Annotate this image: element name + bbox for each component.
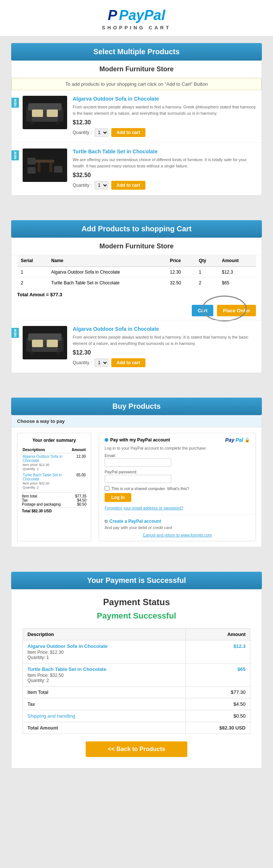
add-to-cart-btn-1[interactable]: Add to cart [111,128,145,137]
postage-row: Postage and packaging $0.50 [22,502,86,506]
payment-item-price-1: Item Price: $12.30 [27,650,181,655]
svg-rect-11 [27,158,36,164]
section-buy-products: Buy Products Choose a way to pay Your or… [0,391,273,565]
payment-panel: Pay with my PayPal account Pay Pal 🔒 Log… [99,433,256,541]
cart-price-2: 32.50 [166,278,195,288]
product-qty-row-2: Quantity : 123 Add to cart [73,181,256,190]
cancel-link[interactable]: Cancel and return to www.formjet.com [105,533,250,537]
shipping-label: Shipping and handling [23,710,186,722]
product-price-1: $12.30 [73,119,256,126]
back-btn-row: << Back to Products [23,734,250,761]
paypal-text: PayPal [119,7,165,23]
col-descriptions: Descriptions [22,447,71,453]
order-item-amount-1: 12.30 [71,453,86,472]
featured-price: $12.30 [73,349,256,356]
featured-qty-select[interactable]: 123 [95,359,108,367]
cart-qty-1: 1 [195,267,218,278]
section-payment-success: Your Payment is Successful Payment Statu… [0,565,273,775]
qty-select-1[interactable]: 123 [95,128,108,137]
total-row: Total Amount $82.30 USD [23,722,250,734]
shared-computer-checkbox[interactable] [105,486,109,491]
paypal-p-icon: P [108,7,117,23]
radio-paypal [105,438,108,442]
cart-name-1: Algarva Outdoor Sofa in Chocolate [47,267,166,278]
payment-amount-2: $65 [185,663,250,686]
paypal-option-text: Pay with my PayPal account [110,437,170,443]
tax-row: Tax $4.50 [22,498,86,502]
total-label: Total Amount [23,722,186,734]
svg-rect-9 [37,163,40,172]
cart-button[interactable]: Cart [192,305,213,316]
add-to-cart-btn-2[interactable]: Add to cart [111,181,145,190]
page-header: P PayPal SHOPPING CART [0,0,273,36]
payment-item-name-1[interactable]: Algarva Outdoor Sofa in Chocolate [27,643,181,649]
featured-product-img [23,326,67,359]
product-title-2: Turtle Bach Table Set in Chocolate [73,149,256,154]
store-name-2: Modern Furniture Store [11,238,262,255]
svg-rect-20 [30,352,34,355]
payment-item-name-2[interactable]: Turtle Bach Table Set in Chocolate [27,666,181,672]
product-qty-row-1: Quantity : 123 Add to cart [73,128,256,137]
section3-header: Buy Products [11,398,262,415]
back-to-products-button[interactable]: << Back to Products [86,741,188,757]
product-card-2: NEW Turtle Bach Table Set in Chocolate W… [11,143,262,195]
svg-rect-5 [47,110,58,117]
product-desc-2: We are offering you our tremendous choic… [73,157,256,169]
svg-rect-8 [36,160,54,163]
payment-item-qty-1: Quantity: 1 [27,655,181,660]
featured-product-info: Algarva Outdoor Sofa in Chocolate From a… [73,326,256,367]
payment-item-1: Algarva Outdoor Sofa in Chocolate Item P… [23,640,186,663]
cart-price-1: 12.30 [166,267,195,278]
cart-amount-1: $12.3 [218,267,256,278]
order-summary-title: Your order summary [22,438,86,443]
password-label: PayPal password: [105,470,250,474]
svg-rect-21 [56,352,60,355]
create-account-link[interactable]: Create a PayPal account [109,519,161,524]
col-price: Price [166,255,195,267]
place-order-button[interactable]: Place Order [217,305,256,316]
create-account-option: Create a PayPal account And pay with you… [99,515,256,541]
item-total-row: Item Total $77.30 [23,686,250,698]
lock-icon: 🔒 [244,437,250,443]
password-input[interactable] [105,475,171,483]
svg-rect-4 [32,110,43,117]
qty-select-2[interactable]: 123 [95,181,108,189]
featured-add-to-cart-btn[interactable]: Add to cart [111,358,145,367]
featured-qty-row: Quantity : 123 Add to cart [73,358,256,367]
payment-col-description: Description [23,629,186,640]
sofa-svg-2 [24,328,65,358]
shipping-val: $0.50 [185,710,250,722]
featured-title: Algarva Outdoor Sofa in Chocolate [73,326,256,332]
svg-rect-19 [47,340,58,347]
order-item-amount-2: 65.00 [71,472,86,490]
shipping-row: Shipping and handling $0.50 [23,710,250,722]
featured-desc: From ancient times people always wanted … [73,334,256,346]
email-input[interactable] [105,459,171,467]
product-badge-1: NEW [11,98,19,108]
item-total-label: Item Total [23,686,186,698]
product-info-2: Turtle Bach Table Set in Chocolate We ar… [73,149,256,190]
section1-header: Select Multiple Products [11,43,262,61]
section-select-products: Select Multiple Products Modern Furnitur… [0,36,273,213]
create-account-sub: And pay with your debit or credit card [105,525,250,530]
login-button[interactable]: Log In [105,493,131,502]
section4-header: Your Payment is Successful [11,572,262,589]
section2-header: Add Products to shopping Cart [11,220,262,238]
featured-badge: NEW [11,328,19,338]
shopping-cart-subtitle: SHOPPING CART [0,25,273,30]
product-image-sofa-1 [23,96,67,129]
shared-computer-row: This is not a shared computer. What's th… [105,486,250,491]
table-svg-1 [24,150,65,180]
payment-item-2: Turtle Bach Table Set in Chocolate Item … [23,663,186,686]
paypal-option: Pay with my PayPal account Pay Pal 🔒 Log… [99,433,256,515]
product-price-2: $32.50 [73,172,256,179]
product-image-table-1 [23,149,67,182]
payment-status-box: Payment Status Payment Successful Descri… [11,589,262,769]
col-serial: Serial [17,255,47,267]
order-item-1: Algarva Outdoor Sofa in Chocolate Item p… [22,453,86,472]
pp-blue-text: Pay [225,437,234,443]
item-total-row: Item total $77.35 [22,494,86,498]
paypal-option-header: Pay with my PayPal account Pay Pal 🔒 [105,437,250,443]
login-desc: Log in to your PayPal account to complet… [105,446,250,450]
forgot-link[interactable]: Forgotten your email address or password… [105,506,183,510]
